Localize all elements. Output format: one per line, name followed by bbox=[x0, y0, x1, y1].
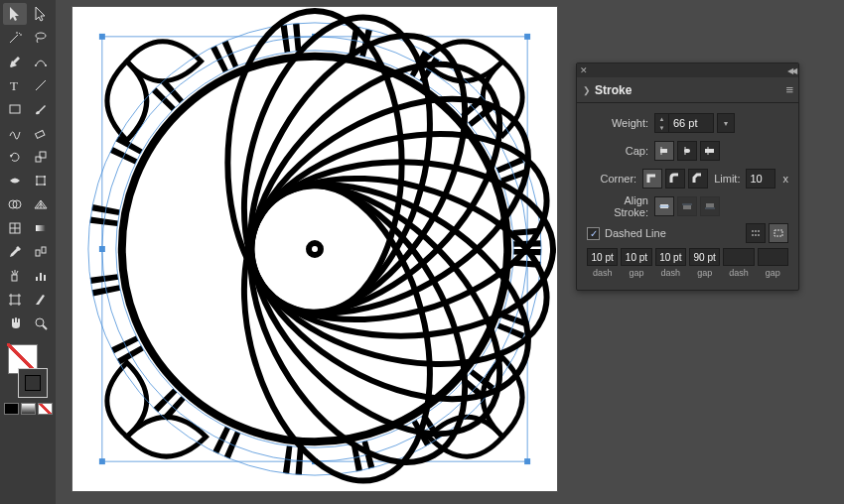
line-segment-tool[interactable] bbox=[29, 74, 53, 96]
align-stroke-inside-button bbox=[677, 196, 697, 216]
tools-panel: T bbox=[0, 0, 56, 504]
svg-point-2 bbox=[45, 64, 47, 66]
align-stroke-outside-button bbox=[700, 196, 720, 216]
weight-stepper[interactable]: ▲▼ 66 pt bbox=[654, 113, 714, 133]
type-tool[interactable]: T bbox=[3, 74, 27, 96]
svg-rect-48 bbox=[705, 149, 714, 153]
free-transform-tool[interactable] bbox=[29, 170, 53, 191]
cap-label: Cap: bbox=[587, 145, 654, 157]
dashed-line-checkbox[interactable]: ✓ bbox=[587, 227, 600, 240]
gap-2-input[interactable]: 90 pt bbox=[689, 248, 720, 266]
corner-round-button[interactable] bbox=[665, 169, 685, 189]
fill-stroke-indicator[interactable] bbox=[6, 342, 50, 400]
svg-rect-21 bbox=[36, 277, 38, 281]
svg-rect-30 bbox=[524, 34, 530, 40]
svg-text:T: T bbox=[10, 78, 18, 93]
limit-suffix: x bbox=[783, 173, 789, 185]
cap-round-button[interactable] bbox=[677, 141, 697, 161]
svg-rect-19 bbox=[42, 247, 46, 253]
gap-3-input[interactable] bbox=[758, 248, 788, 266]
limit-label: Limit: bbox=[708, 173, 740, 185]
svg-rect-23 bbox=[44, 275, 46, 281]
gradient-mode[interactable] bbox=[21, 403, 36, 415]
miter-limit-input[interactable]: 10 bbox=[746, 169, 774, 189]
dash-1-input[interactable]: 10 pt bbox=[587, 248, 618, 266]
rotate-tool[interactable] bbox=[3, 146, 27, 168]
weight-value[interactable]: 66 pt bbox=[669, 117, 713, 129]
none-mode[interactable] bbox=[38, 403, 53, 415]
paintbrush-tool[interactable] bbox=[29, 98, 53, 120]
svg-rect-24 bbox=[11, 296, 19, 304]
perspective-grid-tool[interactable] bbox=[29, 193, 53, 215]
slice-tool[interactable] bbox=[29, 289, 53, 311]
svg-rect-52 bbox=[683, 205, 691, 209]
svg-rect-54 bbox=[706, 203, 714, 207]
canvas[interactable] bbox=[71, 6, 558, 492]
lasso-tool[interactable] bbox=[29, 27, 53, 49]
corner-label: Corner: bbox=[587, 173, 642, 185]
svg-line-26 bbox=[43, 325, 47, 329]
corner-miter-button[interactable] bbox=[642, 169, 662, 189]
svg-rect-17 bbox=[36, 225, 46, 231]
eyedropper-tool[interactable] bbox=[3, 241, 27, 263]
gap-1-input[interactable]: 10 pt bbox=[621, 248, 651, 266]
panel-collapse-chevron[interactable]: ❯ bbox=[583, 85, 591, 95]
svg-point-13 bbox=[44, 184, 46, 186]
cap-projecting-button[interactable] bbox=[700, 141, 720, 161]
panel-collapse-icon[interactable]: ◀◀ bbox=[787, 66, 795, 75]
magic-wand-tool[interactable] bbox=[3, 27, 27, 49]
eraser-tool[interactable] bbox=[29, 122, 53, 144]
zoom-tool[interactable] bbox=[29, 313, 53, 334]
svg-rect-28 bbox=[99, 34, 105, 40]
symbol-sprayer-tool[interactable] bbox=[3, 265, 27, 287]
blend-tool[interactable] bbox=[29, 241, 53, 263]
svg-rect-18 bbox=[36, 250, 40, 256]
curvature-tool[interactable] bbox=[29, 51, 53, 72]
stroke-swatch[interactable] bbox=[18, 368, 48, 398]
svg-rect-5 bbox=[10, 105, 20, 113]
svg-rect-22 bbox=[40, 273, 42, 281]
shaper-tool[interactable] bbox=[3, 122, 27, 144]
svg-point-12 bbox=[36, 184, 38, 186]
svg-point-0 bbox=[36, 33, 46, 39]
svg-point-25 bbox=[36, 318, 44, 326]
svg-rect-20 bbox=[12, 275, 17, 281]
panel-menu-icon[interactable]: ≡ bbox=[785, 82, 792, 97]
scale-tool[interactable] bbox=[29, 146, 53, 168]
panel-close-icon[interactable]: ✕ bbox=[580, 65, 588, 75]
dash-preserve-button[interactable] bbox=[746, 223, 766, 243]
mesh-tool[interactable] bbox=[3, 217, 27, 239]
svg-point-10 bbox=[36, 176, 38, 178]
artboard-tool[interactable] bbox=[3, 289, 27, 311]
selection-tool[interactable] bbox=[3, 3, 27, 25]
cap-butt-button[interactable] bbox=[654, 141, 674, 161]
stroke-panel: ✕ ◀◀ ❯ Stroke ≡ Weight: ▲▼ 66 pt ▾ Cap: … bbox=[576, 63, 799, 291]
svg-rect-35 bbox=[524, 458, 530, 464]
hand-tool[interactable] bbox=[3, 313, 27, 334]
svg-point-43 bbox=[312, 246, 318, 252]
rectangle-tool[interactable] bbox=[3, 98, 27, 120]
column-graph-tool[interactable] bbox=[29, 265, 53, 287]
svg-rect-9 bbox=[37, 177, 45, 185]
svg-point-11 bbox=[44, 176, 46, 178]
svg-rect-33 bbox=[99, 458, 105, 464]
direct-selection-tool[interactable] bbox=[29, 3, 53, 25]
svg-rect-6 bbox=[36, 130, 45, 138]
width-tool[interactable] bbox=[3, 170, 27, 191]
align-stroke-label: Align Stroke: bbox=[587, 194, 654, 218]
dashed-line-label: Dashed Line bbox=[605, 227, 666, 239]
shape-builder-tool[interactable] bbox=[3, 193, 27, 215]
panel-title: Stroke bbox=[595, 83, 632, 97]
dash-align-corners-button[interactable] bbox=[769, 223, 788, 243]
dash-3-input[interactable] bbox=[723, 248, 754, 266]
svg-rect-56 bbox=[774, 230, 782, 236]
weight-dropdown[interactable]: ▾ bbox=[717, 113, 735, 133]
align-stroke-center-button[interactable] bbox=[654, 196, 674, 216]
dash-2-input[interactable]: 10 pt bbox=[655, 248, 686, 266]
pen-tool[interactable] bbox=[3, 51, 27, 72]
corner-bevel-button[interactable] bbox=[688, 169, 708, 189]
color-mode[interactable] bbox=[4, 403, 19, 415]
weight-label: Weight: bbox=[587, 117, 654, 129]
gradient-tool[interactable] bbox=[29, 217, 53, 239]
svg-line-4 bbox=[36, 80, 46, 90]
